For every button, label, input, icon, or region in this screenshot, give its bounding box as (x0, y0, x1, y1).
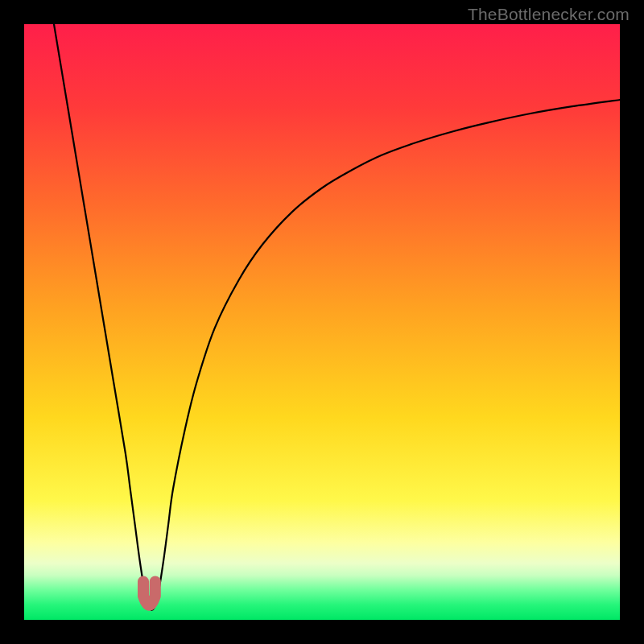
bottleneck-curve (54, 24, 620, 610)
minimum-marker (143, 581, 155, 605)
chart-svg (24, 24, 620, 620)
chart-frame: TheBottlenecker.com (0, 0, 644, 644)
attribution-text: TheBottlenecker.com (468, 5, 630, 24)
plot-area (24, 24, 620, 620)
